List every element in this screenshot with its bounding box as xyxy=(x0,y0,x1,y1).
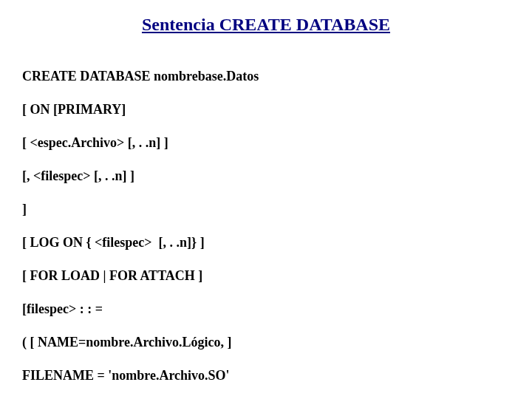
syntax-line: [ LOG ON { <filespec> [, . .n]} ] xyxy=(22,234,510,251)
page-title: Sentencia CREATE DATABASE xyxy=(66,15,466,35)
syntax-block: CREATE DATABASE nombrebase.Datos [ ON [P… xyxy=(22,51,510,399)
syntax-line: FILENAME = 'nombre.Archivo.SO' xyxy=(22,367,510,384)
syntax-line: [ <espec.Archivo> [, . .n] ] xyxy=(22,134,510,151)
syntax-line: [, <filespec> [, . .n] ] xyxy=(22,168,510,185)
syntax-line: [ ON [PRIMARY] xyxy=(22,101,510,118)
syntax-line: ] xyxy=(22,201,510,218)
syntax-line: ( [ NAME=nombre.Archivo.Lógico, ] xyxy=(22,334,510,351)
syntax-line: CREATE DATABASE nombrebase.Datos xyxy=(22,68,510,85)
syntax-line: [filespec> : : = xyxy=(22,301,510,318)
syntax-line: [ FOR LOAD | FOR ATTACH ] xyxy=(22,267,510,284)
